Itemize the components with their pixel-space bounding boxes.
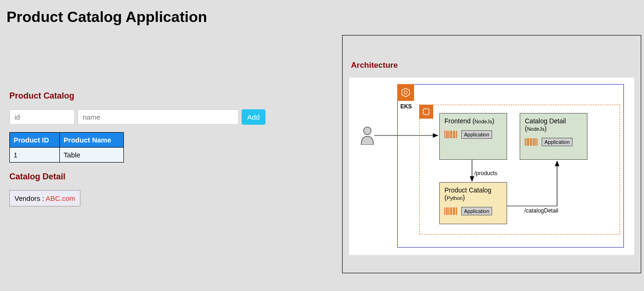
- product-catalog-service-box: Product Catalog (Python) Application: [439, 182, 507, 224]
- product-name-input[interactable]: [78, 109, 239, 125]
- edge-label-catalog-detail: /catalogDetail: [524, 207, 558, 214]
- vendor-link[interactable]: ABC.com: [44, 194, 75, 202]
- container-icon: [444, 207, 458, 215]
- architecture-heading: Architecture: [351, 61, 634, 70]
- vendors-label: Vendors :: [14, 194, 44, 202]
- table-row: 1 Table: [10, 148, 124, 163]
- application-badge: Application: [542, 138, 572, 146]
- architecture-panel: Architecture: [342, 35, 641, 273]
- container-icon: [444, 130, 458, 139]
- eks-icon: [397, 84, 414, 101]
- vendors-box: Vendors : ABC.com: [9, 190, 80, 206]
- add-product-form: Add: [9, 109, 333, 125]
- frontend-title: Frontend (NodeJs): [444, 117, 502, 125]
- frontend-service-box: Frontend (NodeJs) Application: [439, 113, 507, 160]
- chip-icon: [419, 105, 433, 119]
- left-column: Product Catalog Add Product ID Product N…: [6, 26, 333, 273]
- cell-product-name: Table: [60, 148, 124, 163]
- svg-point-2: [364, 127, 371, 135]
- catalog-detail-heading: Catalog Detail: [9, 172, 333, 182]
- cell-product-id: 1: [10, 148, 60, 163]
- add-button[interactable]: Add: [242, 109, 265, 125]
- container-icon: [525, 138, 539, 146]
- svg-marker-3: [402, 88, 410, 97]
- main-columns: Product Catalog Add Product ID Product N…: [6, 26, 638, 273]
- application-badge: Application: [461, 130, 492, 139]
- user-icon: [360, 126, 374, 145]
- svg-point-4: [404, 91, 407, 94]
- product-table: Product ID Product Name 1 Table: [9, 132, 124, 163]
- catalog-detail-title: Catalog Detail (NodeJs): [525, 117, 582, 132]
- col-product-id: Product ID: [10, 133, 60, 148]
- right-column: Architecture: [342, 26, 641, 273]
- catalog-detail-service-box: Catalog Detail (NodeJs) Application: [520, 113, 587, 160]
- edge-label-products: /products: [474, 170, 497, 177]
- eks-label: EKS: [398, 103, 415, 110]
- application-badge: Application: [461, 207, 492, 215]
- product-catalog-title: Product Catalog (Python): [444, 186, 502, 201]
- page-title: Product Catalog Application: [7, 8, 638, 26]
- product-catalog-heading: Product Catalog: [9, 91, 333, 101]
- table-header-row: Product ID Product Name: [10, 133, 124, 148]
- svg-rect-5: [423, 109, 429, 114]
- architecture-diagram: EKS Frontend (NodeJs) Application Catalo…: [349, 78, 634, 255]
- col-product-name: Product Name: [60, 133, 124, 148]
- product-id-input[interactable]: [9, 109, 75, 125]
